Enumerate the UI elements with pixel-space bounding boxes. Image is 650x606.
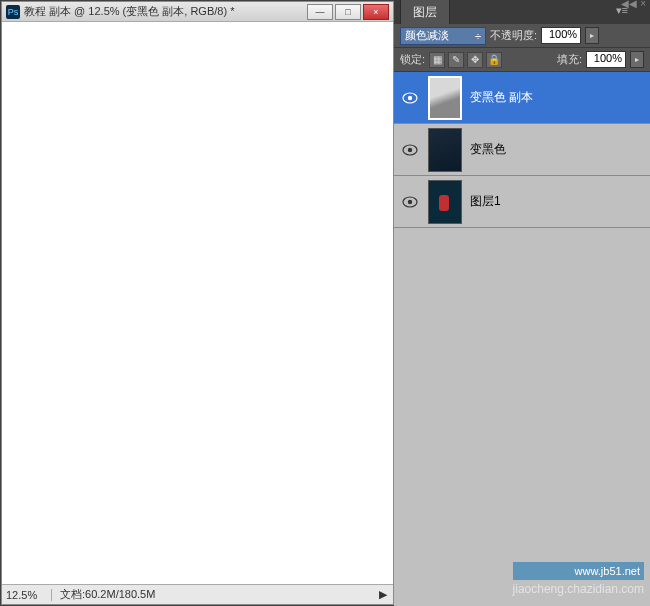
panel-tabbar: ◀◀ × 图层 ▾≡ xyxy=(394,0,650,24)
blend-mode-select[interactable]: 颜色减淡 ÷ xyxy=(400,27,486,45)
lock-label: 锁定: xyxy=(400,52,425,67)
status-menu-button[interactable]: ▶ xyxy=(373,588,393,601)
zoom-input[interactable]: 12.5% xyxy=(2,589,52,601)
layer-row[interactable]: 图层1 xyxy=(394,176,650,228)
fill-label: 填充: xyxy=(557,52,582,67)
visibility-eye-icon[interactable] xyxy=(402,196,418,208)
document-statusbar: 12.5% 文档:60.2M/180.5M ▶ xyxy=(2,584,393,604)
layer-row[interactable]: 变黑色 副本 xyxy=(394,72,650,124)
close-button[interactable]: × xyxy=(363,4,389,20)
window-buttons: — □ × xyxy=(307,4,389,20)
blend-mode-value: 颜色减淡 xyxy=(405,28,449,43)
layer-thumbnail[interactable] xyxy=(428,76,462,120)
lock-position-icon[interactable]: ✥ xyxy=(467,52,483,68)
lock-all-icon[interactable]: 🔒 xyxy=(486,52,502,68)
layer-row[interactable]: 变黑色 xyxy=(394,124,650,176)
fill-stepper[interactable]: ▸ xyxy=(630,51,644,68)
document-canvas[interactable] xyxy=(2,22,393,584)
lock-fill-row: 锁定: ▦ ✎ ✥ 🔒 填充: 100% ▸ xyxy=(394,48,650,72)
dropdown-icon: ÷ xyxy=(475,30,481,42)
app-icon: Ps xyxy=(6,5,20,19)
svg-point-1 xyxy=(408,95,412,99)
layer-name: 变黑色 xyxy=(470,141,506,158)
maximize-button[interactable]: □ xyxy=(335,4,361,20)
blend-opacity-row: 颜色减淡 ÷ 不透明度: 100% ▸ xyxy=(394,24,650,48)
layer-name: 变黑色 副本 xyxy=(470,89,533,106)
panel-menu-button[interactable]: ▾≡ xyxy=(616,4,628,17)
tab-layers[interactable]: 图层 xyxy=(400,0,450,24)
svg-point-3 xyxy=(408,147,412,151)
layer-list: 变黑色 副本变黑色图层1 xyxy=(394,72,650,606)
opacity-label: 不透明度: xyxy=(490,28,537,43)
document-size-info: 文档:60.2M/180.5M xyxy=(52,587,163,602)
layer-thumbnail[interactable] xyxy=(428,128,462,172)
document-titlebar: Ps 教程 副本 @ 12.5% (变黑色 副本, RGB/8) * — □ × xyxy=(2,2,393,22)
layer-thumbnail[interactable] xyxy=(428,180,462,224)
fill-input[interactable]: 100% xyxy=(586,51,626,68)
document-window: Ps 教程 副本 @ 12.5% (变黑色 副本, RGB/8) * — □ ×… xyxy=(1,1,394,605)
lock-transparency-icon[interactable]: ▦ xyxy=(429,52,445,68)
lock-buttons: ▦ ✎ ✥ 🔒 xyxy=(429,52,502,68)
svg-point-5 xyxy=(408,199,412,203)
layers-panel: ◀◀ × 图层 ▾≡ 颜色减淡 ÷ 不透明度: 100% ▸ 锁定: ▦ ✎ ✥… xyxy=(394,0,650,606)
lock-pixels-icon[interactable]: ✎ xyxy=(448,52,464,68)
document-title: 教程 副本 @ 12.5% (变黑色 副本, RGB/8) * xyxy=(24,4,307,19)
visibility-eye-icon[interactable] xyxy=(402,144,418,156)
minimize-button[interactable]: — xyxy=(307,4,333,20)
visibility-eye-icon[interactable] xyxy=(402,92,418,104)
opacity-input[interactable]: 100% xyxy=(541,27,581,44)
layer-name: 图层1 xyxy=(470,193,501,210)
opacity-stepper[interactable]: ▸ xyxy=(585,27,599,44)
